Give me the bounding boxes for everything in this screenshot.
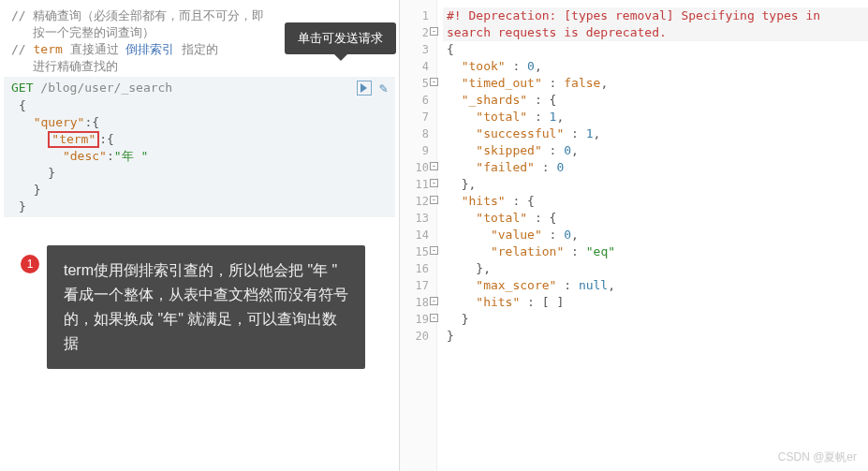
response-line: "timed_out" : false,: [443, 75, 868, 92]
response-line: "skipped" : 0,: [443, 142, 868, 159]
response-line: "total" : {: [443, 210, 868, 227]
response-line: "hits" : [ ]: [443, 294, 868, 311]
response-line: }: [443, 328, 868, 345]
response-line: "relation" : "eq": [443, 243, 868, 260]
response-line: {: [443, 41, 868, 58]
request-block[interactable]: GET /blog/user/_search ✎ { "query":{ "te…: [4, 77, 395, 217]
body-line: }: [11, 165, 388, 182]
response-line: },: [443, 176, 868, 193]
request-line: GET /blog/user/_search ✎: [11, 79, 388, 97]
body-line: {: [11, 97, 388, 114]
send-request-tooltip: 单击可发送请求: [285, 22, 396, 54]
annotation-text: term使用倒排索引查的，所以他会把 "年 " 看成一个整体，从表中查文档然而没…: [47, 245, 365, 369]
body-line: "query":{: [11, 114, 388, 131]
body-line: "desc":"年 ": [11, 148, 388, 165]
fold-toggle-icon[interactable]: -: [430, 27, 438, 36]
request-actions: ✎: [357, 79, 388, 97]
response-line: "value" : 0,: [443, 227, 868, 243]
response-line: "total" : 1,: [443, 109, 868, 125]
wrench-icon[interactable]: ✎: [379, 79, 388, 97]
main-container: // 精确查询（必须全部都有，而且不可分，即 按一个完整的词查询） // ter…: [0, 0, 868, 471]
body-line: }: [11, 182, 388, 199]
response-line: #! Deprecation: [types removal] Specifyi…: [443, 7, 868, 41]
body-line: }: [11, 199, 388, 215]
fold-toggle-icon[interactable]: -: [430, 162, 438, 170]
fold-toggle-icon[interactable]: -: [430, 196, 438, 204]
annotation-badge: 1: [21, 255, 39, 273]
response-line: "max_score" : null,: [443, 277, 868, 294]
response-line: }: [443, 311, 868, 328]
response-line: [443, 345, 868, 361]
annotation-callout: 1 term使用倒排索引查的，所以他会把 "年 " 看成一个整体，从表中查文档然…: [21, 245, 365, 369]
body-line: "term":{: [11, 131, 388, 148]
play-icon: [360, 83, 367, 93]
fold-toggle-icon[interactable]: -: [430, 314, 438, 322]
request-path: /blog/user/_search: [33, 81, 172, 95]
response-line: "successful" : 1,: [443, 125, 868, 142]
response-line: "_shards" : {: [443, 92, 868, 109]
response-line: "hits" : {: [443, 193, 868, 210]
send-request-button[interactable]: [357, 81, 372, 96]
line-gutter: 12-345-678910-11-12-131415-161718-19-20: [400, 0, 437, 471]
watermark: CSDN @夏帆er: [778, 449, 857, 465]
response-line: "failed" : 0: [443, 159, 868, 176]
highlighted-term: "term": [48, 131, 99, 148]
fold-toggle-icon[interactable]: -: [430, 78, 438, 86]
fold-toggle-icon[interactable]: -: [430, 297, 438, 305]
http-method: GET: [11, 81, 33, 95]
response-line: "took" : 0,: [443, 58, 868, 75]
fold-toggle-icon[interactable]: -: [430, 179, 438, 187]
response-panel: 12-345-678910-11-12-131415-161718-19-20 …: [400, 0, 868, 471]
response-line: },: [443, 260, 868, 277]
response-content: #! Deprecation: [types removal] Specifyi…: [437, 0, 868, 471]
fold-toggle-icon[interactable]: -: [430, 246, 438, 255]
request-panel: // 精确查询（必须全部都有，而且不可分，即 按一个完整的词查询） // ter…: [0, 0, 400, 471]
